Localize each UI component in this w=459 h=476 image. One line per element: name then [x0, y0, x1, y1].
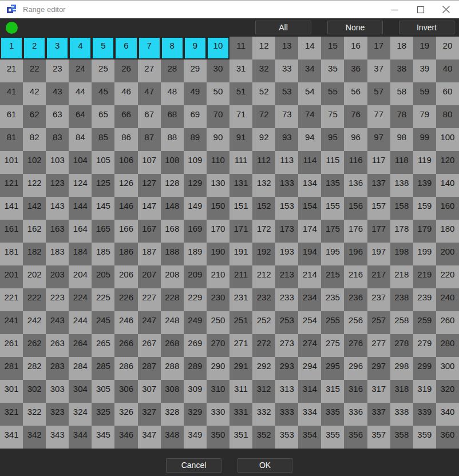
grid-cell-81[interactable]: 81	[0, 128, 23, 151]
grid-cell-23[interactable]: 23	[46, 60, 69, 82]
grid-cell-65[interactable]: 65	[92, 105, 114, 128]
grid-cell-12[interactable]: 12	[252, 37, 275, 60]
grid-cell-120[interactable]: 120	[436, 151, 459, 174]
grid-cell-37[interactable]: 37	[367, 60, 390, 82]
invert-selection-button[interactable]: Invert	[399, 21, 454, 34]
grid-cell-334[interactable]: 334	[298, 403, 321, 426]
grid-cell-15[interactable]: 15	[321, 37, 344, 60]
grid-cell-293[interactable]: 293	[275, 357, 298, 380]
grid-cell-193[interactable]: 193	[275, 243, 298, 265]
grid-cell-356[interactable]: 356	[344, 426, 367, 449]
grid-cell-297[interactable]: 297	[367, 357, 390, 380]
grid-cell-19[interactable]: 19	[413, 37, 436, 60]
grid-cell-30[interactable]: 30	[207, 60, 230, 82]
grid-cell-84[interactable]: 84	[69, 128, 92, 151]
grid-cell-96[interactable]: 96	[344, 128, 367, 151]
grid-cell-47[interactable]: 47	[138, 82, 161, 105]
grid-cell-61[interactable]: 61	[0, 105, 23, 128]
grid-cell-319[interactable]: 319	[413, 380, 436, 403]
grid-cell-358[interactable]: 358	[390, 426, 413, 449]
grid-cell-143[interactable]: 143	[46, 197, 69, 220]
grid-cell-185[interactable]: 185	[92, 243, 114, 265]
grid-cell-277[interactable]: 277	[367, 334, 390, 357]
grid-cell-289[interactable]: 289	[184, 357, 207, 380]
grid-cell-164[interactable]: 164	[69, 220, 92, 243]
grid-cell-247[interactable]: 247	[138, 311, 161, 334]
grid-cell-204[interactable]: 204	[69, 265, 92, 288]
grid-cell-99[interactable]: 99	[413, 128, 436, 151]
grid-cell-244[interactable]: 244	[69, 311, 92, 334]
grid-cell-102[interactable]: 102	[23, 151, 46, 174]
grid-cell-117[interactable]: 117	[367, 151, 390, 174]
grid-cell-269[interactable]: 269	[184, 334, 207, 357]
grid-cell-18[interactable]: 18	[390, 37, 413, 60]
grid-cell-339[interactable]: 339	[413, 403, 436, 426]
grid-cell-200[interactable]: 200	[436, 243, 459, 265]
grid-cell-189[interactable]: 189	[184, 243, 207, 265]
grid-cell-35[interactable]: 35	[321, 60, 344, 82]
grid-cell-116[interactable]: 116	[344, 151, 367, 174]
grid-cell-156[interactable]: 156	[344, 197, 367, 220]
grid-cell-209[interactable]: 209	[184, 265, 207, 288]
grid-cell-82[interactable]: 82	[23, 128, 46, 151]
grid-cell-152[interactable]: 152	[252, 197, 275, 220]
grid-cell-201[interactable]: 201	[0, 265, 23, 288]
grid-cell-186[interactable]: 186	[114, 243, 137, 265]
grid-cell-77[interactable]: 77	[367, 105, 390, 128]
grid-cell-167[interactable]: 167	[138, 220, 161, 243]
grid-cell-270[interactable]: 270	[207, 334, 230, 357]
select-all-button[interactable]: All	[255, 21, 311, 34]
grid-cell-153[interactable]: 153	[275, 197, 298, 220]
grid-cell-142[interactable]: 142	[23, 197, 46, 220]
grid-cell-174[interactable]: 174	[298, 220, 321, 243]
grid-cell-3[interactable]: 3	[46, 37, 69, 60]
grid-cell-285[interactable]: 285	[92, 357, 114, 380]
grid-cell-257[interactable]: 257	[367, 311, 390, 334]
grid-cell-336[interactable]: 336	[344, 403, 367, 426]
grid-cell-316[interactable]: 316	[344, 380, 367, 403]
grid-cell-188[interactable]: 188	[161, 243, 184, 265]
grid-cell-154[interactable]: 154	[298, 197, 321, 220]
grid-cell-288[interactable]: 288	[161, 357, 184, 380]
grid-cell-8[interactable]: 8	[161, 37, 184, 60]
grid-cell-94[interactable]: 94	[298, 128, 321, 151]
grid-cell-97[interactable]: 97	[367, 128, 390, 151]
grid-cell-52[interactable]: 52	[252, 82, 275, 105]
grid-cell-21[interactable]: 21	[0, 60, 23, 82]
grid-cell-325[interactable]: 325	[92, 403, 114, 426]
grid-cell-24[interactable]: 24	[69, 60, 92, 82]
grid-cell-246[interactable]: 246	[114, 311, 137, 334]
grid-cell-276[interactable]: 276	[344, 334, 367, 357]
grid-cell-221[interactable]: 221	[0, 288, 23, 311]
grid-cell-199[interactable]: 199	[413, 243, 436, 265]
grid-cell-11[interactable]: 11	[230, 37, 252, 60]
grid-cell-157[interactable]: 157	[367, 197, 390, 220]
grid-cell-253[interactable]: 253	[275, 311, 298, 334]
grid-cell-132[interactable]: 132	[252, 174, 275, 197]
grid-cell-311[interactable]: 311	[230, 380, 252, 403]
grid-cell-106[interactable]: 106	[114, 151, 137, 174]
grid-cell-169[interactable]: 169	[184, 220, 207, 243]
grid-cell-43[interactable]: 43	[46, 82, 69, 105]
grid-cell-13[interactable]: 13	[275, 37, 298, 60]
grid-cell-166[interactable]: 166	[114, 220, 137, 243]
grid-cell-36[interactable]: 36	[344, 60, 367, 82]
grid-cell-262[interactable]: 262	[23, 334, 46, 357]
grid-cell-87[interactable]: 87	[138, 128, 161, 151]
grid-cell-72[interactable]: 72	[252, 105, 275, 128]
grid-cell-148[interactable]: 148	[161, 197, 184, 220]
grid-cell-259[interactable]: 259	[413, 311, 436, 334]
grid-cell-230[interactable]: 230	[207, 288, 230, 311]
grid-cell-255[interactable]: 255	[321, 311, 344, 334]
grid-cell-353[interactable]: 353	[275, 426, 298, 449]
grid-cell-355[interactable]: 355	[321, 426, 344, 449]
grid-cell-7[interactable]: 7	[138, 37, 161, 60]
grid-cell-63[interactable]: 63	[46, 105, 69, 128]
grid-cell-39[interactable]: 39	[413, 60, 436, 82]
grid-cell-272[interactable]: 272	[252, 334, 275, 357]
grid-cell-162[interactable]: 162	[23, 220, 46, 243]
grid-cell-98[interactable]: 98	[390, 128, 413, 151]
grid-cell-55[interactable]: 55	[321, 82, 344, 105]
grid-cell-254[interactable]: 254	[298, 311, 321, 334]
grid-cell-71[interactable]: 71	[230, 105, 252, 128]
